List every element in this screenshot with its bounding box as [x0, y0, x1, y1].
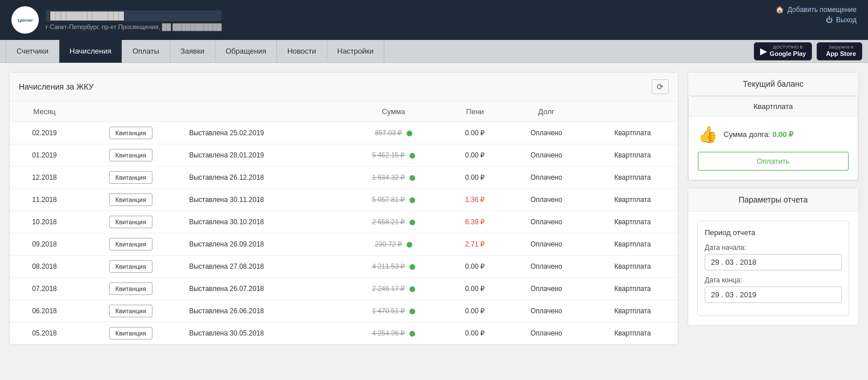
cell-month: 11.2018 [10, 189, 79, 211]
status-dot [407, 242, 412, 248]
kvitanciya-button[interactable]: Квитанция [109, 149, 152, 161]
cell-issued: Выставлена 28.01.2019 [182, 144, 342, 167]
status-dot [409, 331, 415, 337]
kvitanciya-button[interactable]: Квитанция [109, 260, 152, 273]
kvitanciya-button[interactable]: Квитанция [109, 193, 152, 206]
user-address: г Санкт-Петербург, пр-кт Просвещения, ██… [46, 23, 222, 30]
charges-table: Месяц Сумма Пени Долг 02.2019 Квитанция … [10, 102, 678, 345]
cell-amount: 4 254.96 ₽ [342, 322, 445, 345]
tab-novosti[interactable]: Новости [277, 40, 327, 63]
kvitanciya-button[interactable]: Квитанция [109, 327, 152, 339]
header-actions: 🏠 Добавить помещение ⏻ Выход [775, 6, 857, 24]
debt-amount: 0.00 ₽ [773, 130, 794, 139]
cell-penalty: 0.00 ₽ [445, 256, 505, 278]
kvitanciya-button[interactable]: Квитанция [109, 282, 152, 295]
cell-month: 05.2018 [10, 322, 79, 345]
balance-title: Текущий баланс [688, 72, 858, 96]
nav-tabs: Счетчики Начисления Оплаты Заявки Обраще… [6, 40, 754, 63]
date-start-label: Дата начала: [705, 244, 842, 252]
cell-kvit: Квитанция [79, 322, 182, 345]
logo: 1penser [11, 6, 39, 34]
cell-amount: 4 211.53 ₽ [342, 256, 445, 278]
cell-amount: 2 658.21 ₽ [342, 211, 445, 233]
cell-kvit: Квитанция [79, 211, 182, 233]
cell-month: 10.2018 [10, 211, 79, 233]
cell-issued: Выставлена 25.02.2019 [182, 122, 342, 144]
main-content: Начисления за ЖКУ ⟳ Месяц Сумма Пени Дол… [0, 63, 868, 354]
pay-button[interactable]: Оплатить [698, 152, 849, 171]
kvartplata-body: 👍 Сумма долга: 0.00 ₽ [689, 117, 858, 152]
cell-type: Квартплата [587, 167, 678, 189]
cell-type: Квартплата [587, 189, 678, 211]
period-section: Период отчета Дата начала: Дата конца: [697, 221, 849, 316]
cell-penalty: 1.36 ₽ [445, 189, 505, 211]
cell-status: Оплачено [505, 278, 588, 300]
cell-month: 02.2019 [10, 122, 79, 144]
report-card: Параметры отчета Период отчета Дата нача… [688, 188, 859, 326]
cell-penalty: 0.00 ₽ [445, 322, 505, 345]
cell-kvit: Квитанция [79, 167, 182, 189]
cell-penalty: 2.71 ₽ [445, 233, 505, 256]
cell-issued: Выставлена 30.10.2018 [182, 211, 342, 233]
tab-nachisleniya[interactable]: Начисления [59, 40, 122, 63]
header: 1penser ██████████████ г Санкт-Петербург… [0, 0, 868, 40]
kvartplata-section: Квартплата 👍 Сумма долга: 0.00 ₽ Оплатит… [688, 96, 858, 180]
cell-type: Квартплата [587, 144, 678, 167]
add-property-link[interactable]: 🏠 Добавить помещение [775, 6, 857, 14]
cell-type: Квартплата [587, 278, 678, 300]
cell-type: Квартплата [587, 256, 678, 278]
cell-amount: 1 634.32 ₽ [342, 167, 445, 189]
cell-issued: Выставлена 26.09.2018 [182, 233, 342, 256]
nav-bar: Счетчики Начисления Оплаты Заявки Обраще… [0, 40, 868, 63]
kvitanciya-button[interactable]: Квитанция [109, 305, 152, 317]
google-play-button[interactable]: ▶ ДОСТУПНО В Google Play [754, 42, 813, 60]
kvitanciya-button[interactable]: Квитанция [109, 238, 152, 250]
cell-kvit: Квитанция [79, 300, 182, 322]
tab-oplaty[interactable]: Оплаты [122, 40, 170, 63]
store-buttons: ▶ ДОСТУПНО В Google Play Загрузите в App… [754, 42, 862, 60]
status-dot [407, 131, 412, 136]
table-row: 07.2018 Квитанция Выставлена 26.07.2018 … [10, 278, 678, 300]
cell-type: Квартплата [587, 322, 678, 345]
app-store-button[interactable]: Загрузите в App Store [817, 42, 862, 60]
tab-zayavki[interactable]: Заявки [170, 40, 215, 63]
report-card-body: Период отчета Дата начала: Дата конца: [688, 212, 858, 325]
cell-month: 09.2018 [10, 233, 79, 256]
cell-type: Квартплата [587, 300, 678, 322]
col-kvit [79, 102, 182, 122]
kvitanciya-button[interactable]: Квитанция [109, 127, 152, 139]
col-amount: Сумма [342, 102, 445, 122]
cell-penalty: 0.00 ₽ [445, 300, 505, 322]
cell-amount: 230.72 ₽ [342, 233, 445, 256]
status-dot [409, 175, 415, 181]
kvitanciya-button[interactable]: Квитанция [109, 171, 152, 184]
table-row: 06.2018 Квитанция Выставлена 26.06.2018 … [10, 300, 678, 322]
date-end-input[interactable] [705, 286, 842, 303]
tab-obrashcheniya[interactable]: Обращения [215, 40, 277, 63]
col-penalty: Пени [445, 102, 505, 122]
col-type [587, 102, 678, 122]
logout-link[interactable]: ⏻ Выход [826, 16, 857, 24]
tab-nastroyki[interactable]: Настройки [327, 40, 385, 63]
col-debt: Долг [505, 102, 588, 122]
cell-issued: Выставлена 26.06.2018 [182, 300, 342, 322]
cell-issued: Выставлена 27.08.2018 [182, 256, 342, 278]
refresh-button[interactable]: ⟳ [652, 79, 669, 94]
tab-schetchiki[interactable]: Счетчики [6, 40, 59, 63]
cell-issued: Выставлена 26.07.2018 [182, 278, 342, 300]
table-row: 08.2018 Квитанция Выставлена 27.08.2018 … [10, 256, 678, 278]
cell-penalty: 6.39 ₽ [445, 211, 505, 233]
date-start-input[interactable] [705, 254, 842, 270]
report-title: Параметры отчета [688, 188, 858, 212]
cell-month: 01.2019 [10, 144, 79, 167]
status-dot [409, 220, 415, 225]
cell-amount: 5 462.15 ₽ [342, 144, 445, 167]
cell-status: Оплачено [505, 256, 588, 278]
cell-kvit: Квитанция [79, 256, 182, 278]
cell-kvit: Квитанция [79, 144, 182, 167]
cell-issued: Выставлена 30.05.2018 [182, 322, 342, 345]
kvitanciya-button[interactable]: Квитанция [109, 216, 152, 228]
col-description [182, 102, 342, 122]
cell-penalty: 0.00 ₽ [445, 167, 505, 189]
cell-amount: 5 057.81 ₽ [342, 189, 445, 211]
